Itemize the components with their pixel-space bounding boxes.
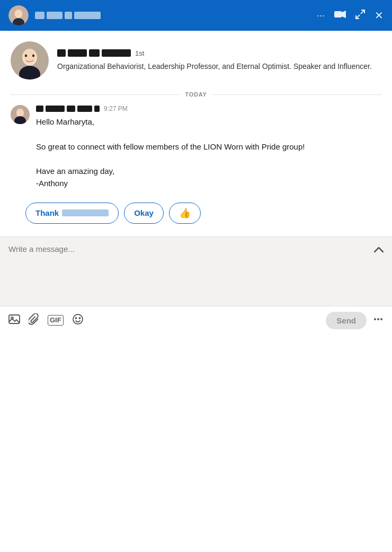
svg-point-24 — [377, 318, 379, 320]
svg-point-20 — [73, 314, 83, 324]
redact-block — [89, 49, 100, 57]
video-call-icon[interactable] — [334, 10, 346, 21]
svg-point-22 — [79, 318, 80, 319]
redact-block — [35, 12, 44, 19]
gif-button[interactable]: GIF — [48, 315, 64, 326]
redact-block — [67, 106, 75, 112]
bottom-toolbar: GIF Send — [0, 306, 392, 335]
profile-bio: Organizational Behaviorist, Leadership P… — [57, 62, 372, 72]
redact-block — [57, 49, 66, 57]
today-divider: TODAY — [0, 88, 392, 101]
message-content: 9:27 PM Hello Marharyta, So great to con… — [36, 105, 381, 190]
more-options-toolbar-icon[interactable] — [373, 314, 384, 327]
quick-reply-thumbsup[interactable]: 👍 — [169, 203, 201, 224]
chevron-up-icon[interactable] — [374, 246, 384, 255]
header-avatar — [8, 5, 29, 25]
svg-point-3 — [15, 10, 22, 17]
quick-reply-okay[interactable]: Okay — [124, 203, 164, 224]
redact-block — [47, 12, 63, 19]
svg-line-6 — [361, 10, 364, 14]
send-button[interactable]: Send — [326, 312, 367, 329]
profile-name-row: 1st — [57, 49, 372, 57]
svg-point-21 — [75, 318, 76, 319]
header-name-redacted — [35, 12, 310, 19]
message-input[interactable] — [8, 244, 370, 287]
emoji-icon[interactable] — [72, 313, 84, 328]
redact-block — [46, 106, 65, 112]
header-name-block — [35, 12, 310, 19]
msg-line2: So great to connect with fellow members … — [36, 141, 381, 153]
redact-block — [77, 106, 92, 112]
svg-line-7 — [356, 15, 360, 19]
message-row: 9:27 PM Hello Marharyta, So great to con… — [11, 105, 381, 190]
svg-point-25 — [380, 318, 382, 320]
compose-area[interactable] — [0, 237, 392, 306]
svg-point-23 — [374, 318, 376, 320]
svg-point-17 — [17, 109, 23, 116]
svg-marker-5 — [342, 11, 346, 18]
redact-block — [94, 106, 100, 112]
profile-avatar — [11, 41, 49, 80]
divider-line-left — [11, 94, 180, 95]
quick-replies: Thank Okay 👍 — [25, 203, 392, 224]
msg-line1: Hello Marharyta, — [36, 116, 381, 128]
thank-prefix: Thank — [35, 208, 59, 217]
svg-rect-18 — [9, 315, 20, 323]
quick-reply-thank[interactable]: Thank — [25, 203, 119, 224]
svg-rect-4 — [334, 11, 342, 17]
message-header-row: 9:27 PM — [36, 105, 381, 112]
messages-area: 9:27 PM Hello Marharyta, So great to con… — [0, 105, 392, 190]
attachment-icon[interactable] — [29, 313, 39, 328]
svg-point-13 — [32, 55, 34, 57]
divider-label: TODAY — [185, 91, 207, 98]
degree-badge: 1st — [135, 49, 144, 57]
close-icon[interactable]: ✕ — [375, 9, 384, 22]
redact-block — [68, 49, 87, 57]
msg-line4: -Anthony — [36, 177, 381, 189]
redact-block — [74, 12, 101, 19]
shrink-icon[interactable] — [355, 10, 365, 22]
toolbar-right: Send — [326, 312, 384, 329]
redact-block — [65, 12, 72, 19]
message-body: Hello Marharyta, So great to connect wit… — [36, 116, 381, 190]
divider-line-right — [212, 94, 381, 95]
redact-block — [102, 49, 131, 57]
thumbsup-emoji: 👍 — [179, 207, 191, 219]
header-icons: ··· ✕ — [317, 9, 384, 22]
message-time: 9:27 PM — [104, 105, 128, 112]
redact-block — [36, 106, 43, 112]
name-redact-group — [57, 49, 131, 57]
msg-line3: Have an amazing day, — [36, 165, 381, 177]
image-icon[interactable] — [8, 313, 20, 328]
profile-info: 1st Organizational Behaviorist, Leadersh… — [57, 41, 372, 80]
sender-name-redacted — [36, 106, 100, 112]
svg-point-12 — [25, 55, 27, 57]
more-options-icon[interactable]: ··· — [317, 10, 325, 21]
redact-block — [62, 209, 109, 216]
message-avatar — [11, 105, 30, 124]
header: ··· ✕ — [0, 0, 392, 31]
profile-section: 1st Organizational Behaviorist, Leadersh… — [0, 31, 392, 88]
